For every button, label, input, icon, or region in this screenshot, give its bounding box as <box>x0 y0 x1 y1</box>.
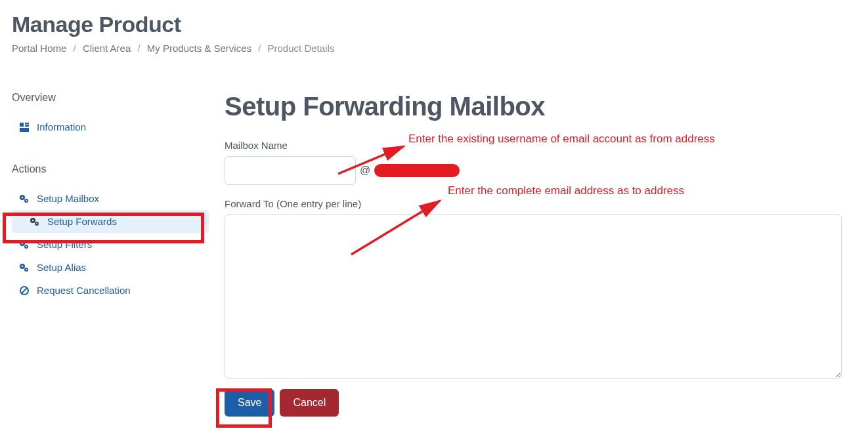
breadcrumb: Portal Home / Client Area / My Products … <box>12 43 868 54</box>
cancel-button[interactable]: Cancel <box>280 389 339 417</box>
at-sign: @ <box>360 165 370 176</box>
svg-rect-1 <box>25 123 29 125</box>
ban-icon <box>18 285 30 296</box>
sidebar-item-setup-forwards[interactable]: Setup Forwards <box>12 210 209 233</box>
forward-to-label: Forward To (One entry per line) <box>225 198 842 209</box>
breadcrumb-sep: / <box>258 43 261 54</box>
breadcrumb-link-products-services[interactable]: My Products & Services <box>147 43 251 54</box>
redacted-domain <box>374 164 460 177</box>
mailbox-name-label: Mailbox Name <box>225 140 842 151</box>
sidebar-item-setup-alias[interactable]: Setup Alias <box>12 256 209 279</box>
svg-rect-0 <box>20 123 24 127</box>
gears-icon <box>18 194 30 204</box>
breadcrumb-current: Product Details <box>268 43 335 54</box>
svg-point-19 <box>26 269 27 270</box>
svg-point-5 <box>22 196 24 198</box>
sidebar-item-label: Request Cancellation <box>37 285 131 296</box>
sidebar-actions-heading: Actions <box>12 163 209 175</box>
sidebar-item-label: Setup Alias <box>37 262 86 273</box>
main-title: Setup Forwarding Mailbox <box>225 92 842 121</box>
page-title: Manage Product <box>12 12 868 37</box>
sidebar-item-label: Information <box>37 121 86 133</box>
sidebar-item-information[interactable]: Information <box>12 115 209 138</box>
mailbox-name-input[interactable] <box>225 156 356 185</box>
sidebar-item-request-cancellation[interactable]: Request Cancellation <box>12 279 209 302</box>
breadcrumb-link-portal-home[interactable]: Portal Home <box>12 43 66 54</box>
svg-rect-3 <box>20 128 29 132</box>
svg-line-21 <box>22 288 27 293</box>
sidebar: Overview Information Actions Setup Mailb… <box>0 92 209 417</box>
svg-point-15 <box>26 246 27 247</box>
breadcrumb-sep: / <box>137 43 140 54</box>
gears-icon <box>18 239 30 250</box>
svg-point-17 <box>22 265 24 267</box>
sidebar-overview-heading: Overview <box>12 92 209 104</box>
main-content: Setup Forwarding Mailbox Mailbox Name @ … <box>209 92 868 417</box>
sidebar-item-label: Setup Forwards <box>47 216 117 227</box>
breadcrumb-sep: / <box>74 43 76 54</box>
svg-point-13 <box>22 242 24 244</box>
gears-icon <box>29 216 41 227</box>
breadcrumb-link-client-area[interactable]: Client Area <box>83 43 131 54</box>
sidebar-item-label: Setup Filters <box>37 239 92 250</box>
svg-point-7 <box>26 200 27 201</box>
sidebar-item-setup-mailbox[interactable]: Setup Mailbox <box>12 187 209 210</box>
save-button[interactable]: Save <box>225 389 274 417</box>
svg-point-9 <box>32 219 34 221</box>
gears-icon <box>18 262 30 273</box>
forward-to-textarea[interactable] <box>225 215 842 379</box>
info-tiles-icon <box>18 122 30 133</box>
sidebar-item-setup-filters[interactable]: Setup Filters <box>12 233 209 256</box>
svg-rect-2 <box>25 125 29 127</box>
sidebar-item-label: Setup Mailbox <box>37 193 99 204</box>
svg-point-11 <box>36 223 37 224</box>
